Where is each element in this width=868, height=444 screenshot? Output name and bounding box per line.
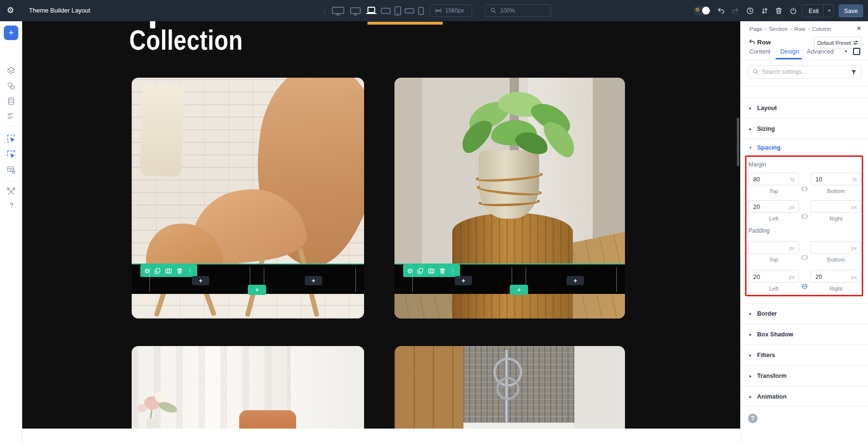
photo-kitchen-faucet[interactable] <box>394 346 625 429</box>
tab-content[interactable]: Content <box>749 48 771 55</box>
margin-vertical-link-icon[interactable] <box>800 185 809 193</box>
close-icon[interactable]: × <box>856 24 861 33</box>
breadcrumb-row[interactable]: Row <box>794 26 805 32</box>
margin-top-input[interactable]: 80 % <box>748 173 799 185</box>
canvas-width-control[interactable]: 1560px <box>430 4 472 17</box>
device-tablet-portrait-button[interactable] <box>394 0 402 21</box>
tools-button[interactable] <box>5 186 17 197</box>
undo-button[interactable] <box>715 0 727 21</box>
search-input[interactable] <box>762 66 846 78</box>
row-settings-icon[interactable]: ⚙ <box>144 268 150 274</box>
tabs-caret-down-icon[interactable]: ▾ <box>845 49 847 54</box>
panel-help-icon[interactable]: ? <box>748 414 758 423</box>
save-button[interactable]: Save <box>839 4 863 17</box>
row-delete-icon[interactable] <box>439 267 446 275</box>
device-phone-landscape-button[interactable] <box>404 0 415 21</box>
expand-panel-icon[interactable] <box>853 48 860 55</box>
caret-right-icon: ▸ <box>749 106 752 111</box>
photo-flowers[interactable] <box>132 346 364 429</box>
layers-order-button[interactable] <box>758 0 771 21</box>
section-animation[interactable]: ▸ Animation <box>741 386 868 407</box>
padding-top-input[interactable]: px <box>748 241 799 254</box>
padding-vertical-link-icon[interactable] <box>800 254 809 261</box>
section-box-shadow[interactable]: ▸ Box Shadow <box>741 324 868 345</box>
select-row-button[interactable] <box>5 149 17 160</box>
breadcrumb-section[interactable]: Section <box>769 26 787 32</box>
power-icon <box>789 7 797 15</box>
history-clock-icon <box>746 7 754 15</box>
padding-left-input[interactable]: 20 px <box>748 270 799 283</box>
device-desktop-button[interactable] <box>349 0 362 21</box>
section-spacing[interactable]: ▾ Spacing <box>741 139 868 155</box>
margin-left-input[interactable]: 20 px <box>748 200 799 213</box>
tab-design[interactable]: Design <box>780 48 799 55</box>
layout-settings-button[interactable] <box>5 164 17 176</box>
section-filters[interactable]: ▸ Filters <box>741 345 868 365</box>
builder-mode-toggle[interactable]: ⚙ <box>693 6 711 15</box>
collection-heading[interactable]: Collection <box>129 24 243 56</box>
styles-panel-button[interactable] <box>5 80 17 92</box>
section-label: Transform <box>757 373 787 379</box>
padding-bottom-input[interactable]: px <box>811 241 861 254</box>
breadcrumb-column[interactable]: Column <box>812 26 831 32</box>
tab-advanced[interactable]: Advanced <box>807 48 834 55</box>
padding-horizontal-link-icon-linked[interactable] <box>800 283 809 290</box>
canvas-zoom-control[interactable]: 100% <box>485 4 551 17</box>
row-duplicate-icon[interactable] <box>154 267 161 275</box>
section-border[interactable]: ▸ Border <box>741 303 868 324</box>
canvas-scrollbar[interactable] <box>737 118 739 166</box>
row-settings-icon[interactable]: ⚙ <box>407 268 413 274</box>
select-module-button[interactable] <box>5 133 17 144</box>
help-icon[interactable]: ? <box>8 201 15 209</box>
margin-bottom-label: Bottom <box>811 188 861 194</box>
margin-top-value: 80 <box>753 176 760 183</box>
device-phone-portrait-button[interactable] <box>418 0 424 21</box>
section-layout[interactable]: ▸ Layout <box>741 97 868 118</box>
delete-button[interactable] <box>773 0 785 21</box>
add-module-button[interactable]: + <box>305 276 322 285</box>
row-more-icon[interactable]: ⋮ <box>450 268 456 274</box>
margin-right-label: Right <box>811 216 861 222</box>
section-sizing[interactable]: ▸ Sizing <box>741 118 868 139</box>
add-row-button[interactable]: + <box>248 285 266 295</box>
data-panel-button[interactable] <box>5 96 17 107</box>
drag-handle-icon[interactable]: ⋮ <box>321 6 328 14</box>
add-module-button[interactable]: + <box>455 276 472 285</box>
art-shape <box>239 410 296 429</box>
add-row-button[interactable]: + <box>510 285 528 295</box>
row-columns-icon[interactable] <box>428 267 435 275</box>
padding-right-value: 20 <box>815 274 822 280</box>
row-delete-icon[interactable] <box>176 267 183 275</box>
add-module-button[interactable]: + <box>192 276 209 285</box>
exit-button[interactable]: Exit ▾ <box>802 4 834 17</box>
add-element-button[interactable]: + <box>4 26 18 40</box>
default-preset-button[interactable]: Default Preset <box>814 37 862 49</box>
row-overlay: ⚙ ⋮ + + + <box>394 264 625 294</box>
add-module-button[interactable]: + <box>567 276 584 285</box>
breadcrumb-page[interactable]: Page <box>749 26 762 32</box>
row-columns-icon[interactable] <box>165 267 172 275</box>
layers-panel-button[interactable] <box>5 65 17 77</box>
back-arrow-icon[interactable] <box>748 39 755 45</box>
redo-button[interactable] <box>729 0 742 21</box>
padding-right-input[interactable]: 20 px <box>811 270 861 283</box>
history-button[interactable] <box>744 0 756 21</box>
power-button[interactable] <box>787 0 800 21</box>
select-cursor-icon <box>6 133 16 144</box>
margin-bottom-input[interactable]: 10 % <box>811 173 861 185</box>
margin-right-input[interactable]: px <box>811 200 861 213</box>
row-toolbar: ⚙ ⋮ <box>140 264 197 277</box>
section-transform[interactable]: ▸ Transform <box>741 365 868 386</box>
toggle-gear-icon: ⚙ <box>695 7 700 13</box>
device-desktop-xl-button[interactable] <box>331 0 345 21</box>
filter-funnel-icon[interactable] <box>851 69 857 77</box>
column-guide-line <box>616 267 617 292</box>
fields-panel-button[interactable] <box>5 111 17 122</box>
exit-caret-down-icon[interactable]: ▾ <box>828 8 830 13</box>
device-laptop-button[interactable] <box>365 0 378 21</box>
row-more-icon[interactable]: ⋮ <box>187 268 193 274</box>
row-duplicate-icon[interactable] <box>417 267 424 275</box>
builder-settings-gear-icon[interactable]: ⚙ <box>7 5 14 15</box>
device-tablet-landscape-button[interactable] <box>380 0 391 21</box>
margin-horizontal-link-icon[interactable] <box>800 213 809 220</box>
